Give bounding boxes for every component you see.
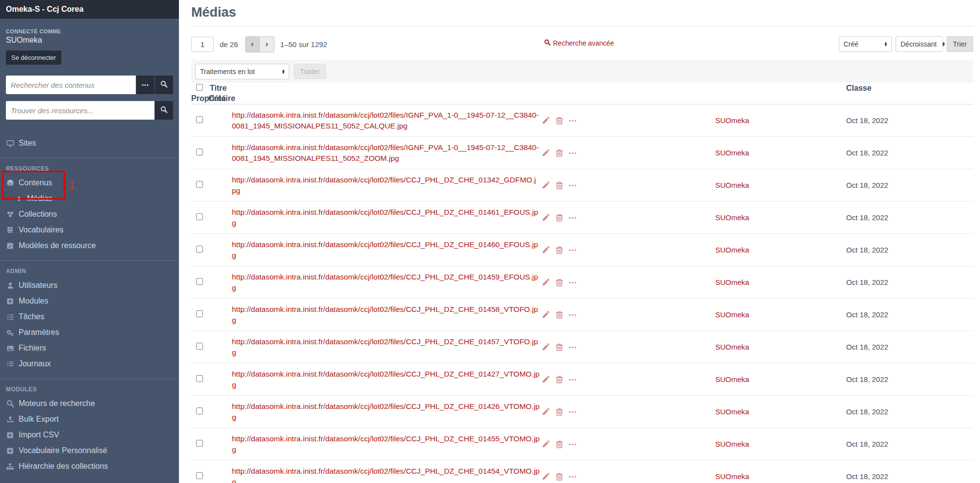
sort-submit-button[interactable]: Trier [947,36,973,52]
row-checkbox[interactable] [196,213,203,220]
sidebar-item-t-ches[interactable]: Tâches [0,309,179,325]
row-checkbox[interactable] [196,375,203,382]
row-checkbox[interactable] [196,343,203,350]
logout-button[interactable]: Se déconnecter [6,51,61,65]
row-owner-link[interactable]: SUOmeka [715,472,749,481]
sidebar-item-collections[interactable]: Collections [0,206,179,222]
edit-icon[interactable] [542,375,550,383]
edit-icon[interactable] [542,310,550,319]
media-title-link[interactable]: http://datasomk.intra.inist.fr/datasomk/… [232,401,540,423]
more-actions-icon[interactable]: ••• [569,118,578,124]
row-owner-link[interactable]: SUOmeka [715,407,749,416]
content-search-submit-button[interactable] [155,76,173,94]
sidebar-item-import-csv[interactable]: Import CSV [0,427,179,443]
edit-icon[interactable] [542,116,550,125]
media-title-link[interactable]: http://datasomk.intra.inist.fr/datasomk/… [232,466,540,483]
sort-field-select[interactable]: Créé ▲▼ [839,36,892,52]
sort-direction-select[interactable]: Décroissant ▲▼ [896,36,943,52]
media-title-link[interactable]: http://datasomk.intra.inist.fr/datasomk/… [232,272,540,293]
resource-search-submit-button[interactable] [155,101,173,120]
edit-icon[interactable] [542,343,550,351]
row-owner-link[interactable]: SUOmeka [715,149,749,157]
sidebar-item-fichiers[interactable]: Fichiers [0,340,179,356]
more-actions-icon[interactable]: ••• [569,150,578,156]
media-title-link[interactable]: http://datasomk.intra.inist.fr/datasomk/… [232,369,540,390]
media-title-link[interactable]: http://datasomk.intra.inist.fr/datasomk/… [232,304,540,326]
sidebar-item-param-tres[interactable]: Paramètres [0,325,179,340]
edit-icon[interactable] [542,472,550,481]
next-page-button[interactable]: › [260,37,274,52]
edit-icon[interactable] [542,213,550,222]
row-owner-link[interactable]: SUOmeka [715,310,749,319]
media-title-link[interactable]: http://datasomk.intra.inist.fr/datasomk/… [232,175,540,196]
sidebar-item-bulk-export[interactable]: Bulk Export [0,411,179,427]
more-actions-icon[interactable]: ••• [569,280,578,285]
row-checkbox[interactable] [196,149,203,155]
delete-icon[interactable] [555,343,563,351]
more-actions-icon[interactable]: ••• [569,215,578,221]
row-owner-link[interactable]: SUOmeka [715,116,749,125]
row-checkbox[interactable] [196,116,203,123]
media-title-link[interactable]: http://datasomk.intra.inist.fr/datasomk/… [232,207,540,229]
more-actions-icon[interactable]: ••• [569,377,578,382]
row-owner-link[interactable]: SUOmeka [715,246,749,254]
edit-icon[interactable] [542,246,550,254]
delete-icon[interactable] [555,440,563,448]
select-all-checkbox[interactable] [196,84,203,91]
row-owner-link[interactable]: SUOmeka [715,213,749,222]
more-actions-icon[interactable]: ••• [569,409,578,415]
row-owner-link[interactable]: SUOmeka [715,440,749,448]
edit-icon[interactable] [542,181,550,189]
sidebar-item-vocabulaire-personnalis-[interactable]: Vocabulaire Personnalisé [0,443,179,458]
sidebar-item-journaux[interactable]: Journaux [0,356,179,372]
batch-action-select[interactable]: Traitements en lot ▲▼ [195,64,289,79]
delete-icon[interactable] [555,213,563,222]
more-actions-icon[interactable]: ••• [569,312,578,318]
row-owner-link[interactable]: SUOmeka [715,181,749,189]
media-title-link[interactable]: http://datasomk.intra.inist.fr/datasomk/… [232,433,540,455]
edit-icon[interactable] [542,278,550,286]
delete-icon[interactable] [555,278,563,286]
sidebar-item-hi-rarchie-des-collections[interactable]: Hiérarchie des collections [0,458,179,474]
sidebar-item-sites[interactable]: Sites [0,135,179,151]
sidebar-item-moteurs-de-recherche[interactable]: Moteurs de recherche [0,396,179,411]
sidebar-item-modules[interactable]: Modules [0,293,179,309]
content-search-options-button[interactable]: ••• [136,76,154,94]
row-owner-link[interactable]: SUOmeka [715,278,749,286]
sidebar-item-contenus[interactable]: Contenus [0,175,179,191]
row-checkbox[interactable] [196,440,203,447]
delete-icon[interactable] [555,181,563,189]
delete-icon[interactable] [555,310,563,319]
previous-page-button[interactable]: ‹ [246,37,260,52]
delete-icon[interactable] [555,407,563,416]
sidebar-item-mod-les-de-ressource[interactable]: Modèles de ressource [0,238,179,254]
sidebar-item-utilisateurs[interactable]: Utilisateurs [0,278,179,293]
sidebar-item-vocabulaires[interactable]: Vocabulaires [0,222,179,238]
media-title-link[interactable]: http://datasomk.intra.inist.fr/datasomk/… [232,142,540,164]
more-actions-icon[interactable]: ••• [569,474,578,480]
row-owner-link[interactable]: SUOmeka [715,343,749,351]
edit-icon[interactable] [542,440,550,448]
row-checkbox[interactable] [196,472,203,479]
resource-search-input[interactable] [6,101,154,120]
batch-submit-button[interactable]: Traiter [294,64,326,79]
more-actions-icon[interactable]: ••• [569,344,578,350]
row-checkbox[interactable] [196,246,203,253]
content-search-input[interactable] [6,76,136,94]
media-title-link[interactable]: http://datasomk.intra.inist.fr/datasomk/… [232,336,540,358]
more-actions-icon[interactable]: ••• [569,441,578,447]
sidebar-item-m-dias[interactable]: Médias [0,191,179,206]
row-owner-link[interactable]: SUOmeka [715,375,749,383]
delete-icon[interactable] [555,472,563,481]
row-checkbox[interactable] [196,407,203,414]
edit-icon[interactable] [542,149,550,157]
media-title-link[interactable]: http://datasomk.intra.inist.fr/datasomk/… [232,239,540,261]
page-number-input[interactable] [191,37,214,52]
delete-icon[interactable] [555,246,563,254]
delete-icon[interactable] [555,116,563,125]
row-checkbox[interactable] [196,181,203,188]
more-actions-icon[interactable]: ••• [569,182,578,188]
row-checkbox[interactable] [196,310,203,317]
more-actions-icon[interactable]: ••• [569,247,578,253]
row-checkbox[interactable] [196,278,203,285]
